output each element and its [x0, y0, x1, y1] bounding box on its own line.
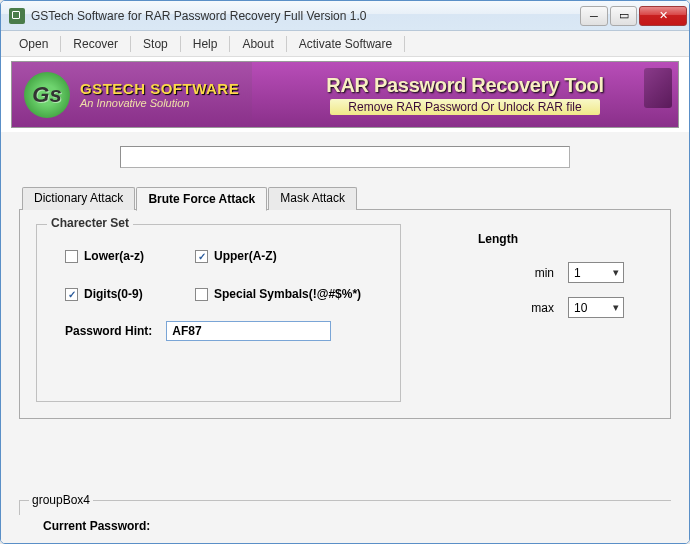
close-button[interactable]: ✕ [639, 6, 687, 26]
file-path-input[interactable] [120, 146, 570, 168]
menu-open[interactable]: Open [9, 34, 58, 54]
menu-activate[interactable]: Activate Software [289, 34, 402, 54]
menu-separator [130, 36, 131, 52]
banner-title-section: RAR Password Recovery Tool Remove RAR Pa… [252, 62, 678, 127]
menu-separator [180, 36, 181, 52]
checkbox-special[interactable]: Special Symbals(!@#$%*) [195, 287, 395, 301]
maximize-button[interactable]: ▭ [610, 6, 637, 26]
length-min-label: min [524, 266, 554, 280]
menu-separator [286, 36, 287, 52]
app-icon [9, 8, 25, 24]
checkbox-special-label: Special Symbals(!@#$%*) [214, 287, 361, 301]
length-max-value: 10 [574, 301, 587, 315]
checkbox-digits-box[interactable]: ✓ [65, 288, 78, 301]
banner-title: RAR Password Recovery Tool [326, 74, 603, 97]
content-area: Dictionary Attack Brute Force Attack Mas… [1, 132, 689, 543]
banner-decor-icons [644, 68, 672, 108]
banner-subtitle: Remove RAR Password Or Unlock RAR file [330, 99, 599, 115]
checkbox-digits[interactable]: ✓ Digits(0-9) [65, 287, 195, 301]
window-controls: ─ ▭ ✕ [579, 5, 688, 27]
menu-separator [229, 36, 230, 52]
charset-legend: Charecter Set [47, 216, 133, 230]
current-password-label: Current Password: [43, 519, 661, 533]
menu-separator [60, 36, 61, 52]
length-min-row: min 1 [464, 262, 624, 283]
winrar-icon [644, 68, 672, 108]
checkbox-special-box[interactable] [195, 288, 208, 301]
password-hint-row: Password Hint: [65, 321, 382, 341]
groupbox4: groupBox4 Current Password: [19, 500, 671, 533]
checkbox-lower[interactable]: Lower(a-z) [65, 249, 195, 263]
length-max-label: max [524, 301, 554, 315]
length-max-row: max 10 [464, 297, 624, 318]
tab-panel-brute-force: Charecter Set Lower(a-z) ✓ Upper(A-Z) ✓ [19, 209, 671, 419]
length-min-value: 1 [574, 266, 581, 280]
brand-tagline: An Innovative Solution [80, 97, 239, 109]
menu-recover[interactable]: Recover [63, 34, 128, 54]
hint-label: Password Hint: [65, 324, 152, 338]
length-max-select[interactable]: 10 [568, 297, 624, 318]
length-min-select[interactable]: 1 [568, 262, 624, 283]
tab-mask[interactable]: Mask Attack [268, 187, 357, 210]
menu-about[interactable]: About [232, 34, 283, 54]
charset-grid: Lower(a-z) ✓ Upper(A-Z) ✓ Digits(0-9) [65, 249, 382, 301]
checkbox-upper-label: Upper(A-Z) [214, 249, 277, 263]
brand-name: GSTECH SOFTWARE [80, 80, 239, 97]
menu-help[interactable]: Help [183, 34, 228, 54]
checkbox-upper[interactable]: ✓ Upper(A-Z) [195, 249, 395, 263]
menubar: Open Recover Stop Help About Activate So… [1, 31, 689, 57]
length-title: Length [478, 232, 624, 246]
file-path-row [19, 146, 671, 168]
window-title: GSTech Software for RAR Password Recover… [31, 9, 579, 23]
brand-logo-icon: Gs [24, 72, 70, 118]
password-hint-input[interactable] [166, 321, 331, 341]
character-set-group: Charecter Set Lower(a-z) ✓ Upper(A-Z) ✓ [36, 224, 401, 402]
tab-dictionary[interactable]: Dictionary Attack [22, 187, 135, 210]
status-section: groupBox4 Current Password: [19, 500, 671, 533]
checkbox-digits-label: Digits(0-9) [84, 287, 143, 301]
banner-logo-section: Gs GSTECH SOFTWARE An Innovative Solutio… [12, 62, 252, 127]
tab-strip: Dictionary Attack Brute Force Attack Mas… [22, 186, 671, 209]
groupbox4-label: groupBox4 [29, 493, 93, 507]
checkbox-upper-box[interactable]: ✓ [195, 250, 208, 263]
attack-tabs: Dictionary Attack Brute Force Attack Mas… [19, 186, 671, 482]
titlebar: GSTech Software for RAR Password Recover… [1, 1, 689, 31]
app-window: GSTech Software for RAR Password Recover… [0, 0, 690, 544]
minimize-button[interactable]: ─ [580, 6, 608, 26]
menu-separator [404, 36, 405, 52]
checkbox-lower-label: Lower(a-z) [84, 249, 144, 263]
tab-brute-force[interactable]: Brute Force Attack [136, 187, 267, 211]
banner: Gs GSTECH SOFTWARE An Innovative Solutio… [11, 61, 679, 128]
menu-stop[interactable]: Stop [133, 34, 178, 54]
brand-text: GSTECH SOFTWARE An Innovative Solution [80, 80, 239, 109]
checkbox-lower-box[interactable] [65, 250, 78, 263]
length-section: Length min 1 max 10 [464, 232, 624, 332]
